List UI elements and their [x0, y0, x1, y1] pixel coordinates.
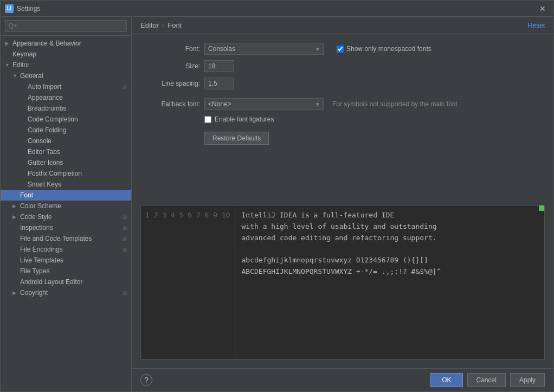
- sidebar-item-label: Color Scheme: [20, 202, 61, 210]
- settings-window: IJ Settings ✕ ▶ Appearance & Behavior Ke…: [0, 0, 554, 392]
- sidebar-item-label: Appearance: [28, 94, 63, 101]
- restore-defaults-row: Restore Defaults: [140, 128, 545, 145]
- show-monospaced-checkbox[interactable]: [337, 46, 344, 53]
- apply-button[interactable]: Apply: [510, 373, 545, 387]
- sidebar-item-gutter-icons[interactable]: Gutter Icons: [1, 157, 131, 168]
- sidebar-item-code-folding[interactable]: Code Folding: [1, 125, 131, 136]
- size-input[interactable]: [204, 60, 234, 72]
- font-label: Font:: [140, 45, 200, 53]
- sidebar-item-label: Keymap: [12, 50, 36, 58]
- fallback-hint: For symbols not supported by the main fo…: [332, 100, 458, 108]
- line-numbers: 1 2 3 4 5 6 7 8 9 10: [141, 205, 235, 359]
- app-icon: IJ: [5, 4, 14, 13]
- badge-icon: ⊞: [123, 84, 127, 90]
- right-panel: Editor › Font Reset Font: Consolas ▼: [132, 17, 553, 391]
- sidebar-item-label: File and Code Templates: [20, 235, 92, 242]
- sidebar-item-label: Editor Tabs: [28, 148, 60, 156]
- fallback-font-select-wrapper: <None> ▼: [204, 98, 324, 110]
- sidebar-item-label: File Encodings: [20, 246, 63, 253]
- sidebar-item-label: Font: [20, 191, 33, 199]
- breadcrumb-current: Font: [168, 21, 182, 29]
- sidebar-item-keymap[interactable]: Keymap: [1, 49, 131, 60]
- main-content: ▶ Appearance & Behavior Keymap ▼ Editor …: [1, 17, 553, 391]
- sidebar-item-font[interactable]: Font: [1, 190, 131, 201]
- sidebar-item-label: Android Layout Editor: [20, 278, 82, 286]
- sidebar-item-label: Smart Keys: [28, 181, 61, 188]
- restore-defaults-button[interactable]: Restore Defaults: [204, 132, 269, 145]
- font-row: Font: Consolas ▼ Show only monospaced fo…: [140, 43, 545, 55]
- sidebar-item-general[interactable]: ▼ General: [1, 70, 131, 81]
- sidebar-item-label: General: [20, 72, 43, 80]
- badge-icon: ⊞: [123, 225, 127, 231]
- title-bar: IJ Settings ✕: [1, 1, 553, 17]
- breadcrumb: Editor › Font: [140, 21, 182, 29]
- sidebar-item-label: Console: [28, 137, 51, 145]
- sidebar-item-postfix-completion[interactable]: Postfix Completion: [1, 168, 131, 179]
- sidebar-item-label: Gutter Icons: [28, 159, 63, 166]
- sidebar-item-smart-keys[interactable]: Smart Keys: [1, 179, 131, 190]
- code-preview: IntelliJ IDEA is a full-featured IDE wit…: [235, 205, 544, 359]
- sidebar-item-label: File Types: [20, 267, 49, 275]
- sidebar-item-label: Code Folding: [28, 126, 66, 134]
- help-button[interactable]: ?: [140, 374, 152, 386]
- close-button[interactable]: ✕: [536, 3, 549, 14]
- arrow-icon: ▼: [5, 62, 12, 68]
- sidebar-item-editor[interactable]: ▼ Editor: [1, 60, 131, 70]
- ligatures-row: Enable font ligatures: [204, 115, 545, 123]
- window-title: Settings: [17, 5, 536, 12]
- sidebar-item-editor-tabs[interactable]: Editor Tabs: [1, 146, 131, 157]
- search-box: [1, 17, 131, 36]
- sidebar-item-auto-import[interactable]: Auto Import ⊞: [1, 81, 131, 92]
- reset-button[interactable]: Reset: [528, 22, 545, 29]
- badge-icon: ⊞: [123, 247, 127, 253]
- size-label: Size:: [140, 62, 200, 70]
- ligatures-label: Enable font ligatures: [215, 115, 274, 123]
- sidebar-item-color-scheme[interactable]: ▶ Color Scheme: [1, 201, 131, 211]
- badge-icon: ⊞: [123, 236, 127, 242]
- show-monospaced-label: Show only monospaced fonts: [337, 45, 431, 53]
- footer-buttons: OK Cancel Apply: [430, 373, 545, 387]
- sidebar-item-label: Breadcrumbs: [28, 105, 66, 112]
- sidebar-item-android-layout-editor[interactable]: Android Layout Editor: [1, 277, 131, 287]
- ligatures-checkbox[interactable]: [204, 116, 211, 123]
- preview-area: 1 2 3 4 5 6 7 8 9 10 IntelliJ IDEA is a …: [140, 205, 545, 359]
- sidebar-item-label: Inspections: [20, 224, 53, 232]
- search-input[interactable]: [5, 20, 127, 32]
- sidebar-item-breadcrumbs[interactable]: Breadcrumbs: [1, 103, 131, 114]
- font-select-wrapper: Consolas ▼: [204, 43, 324, 55]
- sidebar-item-label: Code Completion: [28, 115, 78, 123]
- arrow-icon: ▶: [12, 203, 20, 209]
- show-monospaced-text: Show only monospaced fonts: [346, 45, 431, 53]
- sidebar-item-file-types[interactable]: File Types: [1, 266, 131, 277]
- dialog-footer: ? OK Cancel Apply: [132, 368, 553, 391]
- sidebar-item-file-code-templates[interactable]: File and Code Templates ⊞: [1, 233, 131, 244]
- sidebar-item-live-templates[interactable]: Live Templates: [1, 255, 131, 266]
- line-spacing-input[interactable]: [204, 78, 234, 89]
- cancel-button[interactable]: Cancel: [467, 373, 506, 387]
- font-select[interactable]: Consolas: [204, 43, 324, 55]
- sidebar-item-label: Auto Import: [28, 83, 61, 91]
- sidebar-item-console[interactable]: Console: [1, 136, 131, 146]
- arrow-icon: ▶: [12, 290, 20, 295]
- arrow-icon: ▼: [12, 73, 20, 79]
- sidebar-item-label: Appearance & Behavior: [12, 40, 81, 47]
- breadcrumb-root: Editor: [140, 21, 159, 29]
- badge-icon: ⊞: [123, 290, 127, 296]
- sidebar-item-code-completion[interactable]: Code Completion: [1, 114, 131, 125]
- ok-button[interactable]: OK: [430, 373, 462, 387]
- panel-body: Font: Consolas ▼ Show only monospaced fo…: [132, 34, 553, 205]
- size-row: Size:: [140, 60, 545, 72]
- sidebar-item-file-encodings[interactable]: File Encodings ⊞: [1, 244, 131, 255]
- sidebar-item-appearance[interactable]: Appearance: [1, 92, 131, 103]
- sidebar-item-label: Live Templates: [20, 256, 63, 264]
- sidebar-item-appearance-behavior[interactable]: ▶ Appearance & Behavior: [1, 38, 131, 49]
- fallback-font-select[interactable]: <None>: [204, 98, 324, 110]
- sidebar-item-copyright[interactable]: ▶ Copyright ⊞: [1, 287, 131, 298]
- fallback-font-label: Fallback font:: [140, 100, 200, 108]
- sidebar-item-label: Editor: [12, 61, 29, 69]
- sidebar-item-label: Code Style: [20, 213, 52, 221]
- sidebar-item-inspections[interactable]: Inspections ⊞: [1, 222, 131, 233]
- sidebar-item-code-style[interactable]: ▶ Code Style ⊞: [1, 211, 131, 222]
- arrow-icon: ▶: [5, 41, 12, 46]
- scroll-indicator-icon: [539, 205, 544, 211]
